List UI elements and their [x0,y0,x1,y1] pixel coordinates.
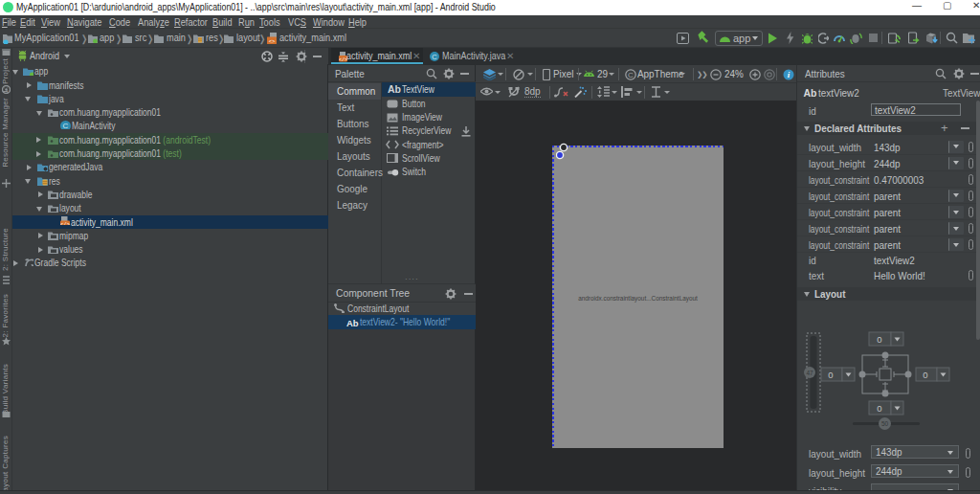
svg-text:C: C [432,53,437,61]
svg-text:C: C [628,70,634,79]
svg-text:C: C [63,122,69,129]
svg-text:0: 0 [877,334,881,345]
svg-text:0: 0 [923,370,927,380]
svg-text:47: 47 [806,370,813,376]
svg-text:</>: </> [60,221,70,225]
svg-text:0: 0 [828,370,833,380]
svg-text:<>: <> [269,38,276,45]
svg-text:0: 0 [877,403,881,414]
